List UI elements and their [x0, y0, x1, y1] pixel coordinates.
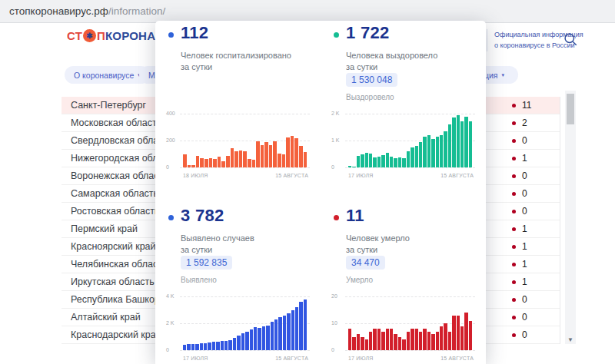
- chart-bar: [221, 341, 224, 350]
- chart-bar: [241, 333, 244, 350]
- stat-chart: 20 10 0 17 ИЮЛЯ 15 АВГУСТА: [327, 292, 480, 364]
- chart-bar: [460, 121, 464, 167]
- chart-bar: [291, 136, 294, 167]
- chart-bar: [191, 165, 195, 167]
- chart-bar: [286, 137, 290, 167]
- chart-bar: [287, 313, 290, 350]
- chart-plot: [183, 296, 307, 350]
- chart-bar: [274, 319, 278, 350]
- y-axis-label-zero: 0: [331, 347, 334, 352]
- browser-address-bar[interactable]: стопкоронавирус.рф/information/: [0, 0, 615, 23]
- chart-plot: [183, 114, 307, 167]
- scrollbar-down-arrow-icon[interactable]: ▼: [565, 336, 576, 343]
- virus-icon: ✱: [83, 29, 96, 42]
- gridline: [345, 350, 475, 351]
- death-dot-icon: [512, 280, 516, 284]
- chart-bar: [261, 145, 264, 167]
- stat-total-badge: 34 470: [346, 256, 385, 270]
- chart-bar: [224, 341, 228, 350]
- chart-bar: [252, 160, 256, 168]
- chart-bar: [469, 321, 472, 351]
- chart-bar: [273, 141, 277, 167]
- chart-bar: [431, 334, 434, 350]
- stat-chart: 4 K 2 K 0 17 ИЮЛЯ 15 АВГУСТА: [161, 292, 314, 364]
- chart-bar: [423, 137, 426, 167]
- death-dot-icon: [512, 333, 516, 337]
- chart-bar: [402, 158, 405, 167]
- region-value-group: 1: [512, 276, 527, 287]
- stat-dot-icon: [334, 32, 339, 38]
- y-axis-label-mid: 10: [331, 320, 337, 326]
- scrollbar[interactable]: ▼: [565, 91, 576, 344]
- stat-total-badge: 1 530 048: [346, 73, 397, 87]
- chart-bar: [398, 337, 401, 351]
- chart-bar: [299, 146, 303, 167]
- nav-item-about-coronavirus[interactable]: О коронавирусе▾: [65, 66, 150, 84]
- stat-subtitle: Человека выздоровело за сутки: [346, 50, 437, 73]
- chart-bar: [216, 342, 219, 350]
- chart-bar: [464, 117, 467, 167]
- chart-bar: [464, 313, 467, 350]
- header-divider: [487, 29, 487, 51]
- search-icon[interactable]: [563, 32, 579, 48]
- region-value: 1: [522, 153, 527, 164]
- stat-value: 11: [346, 206, 364, 226]
- x-axis-label-start: 17 ИЮЛЯ: [348, 356, 374, 361]
- stat-value: 112: [181, 23, 208, 43]
- region-value: 1: [522, 223, 527, 234]
- chart-bar: [213, 159, 217, 167]
- stat-card: 112 Человек госпитализировано за сутки 4…: [155, 21, 321, 204]
- chart-bar: [407, 332, 410, 351]
- chart-bar: [195, 344, 198, 350]
- chart-bar: [427, 135, 430, 167]
- scrollbar-thumb[interactable]: [567, 94, 574, 124]
- chart-bar: [348, 166, 351, 167]
- chart-bar: [369, 332, 372, 351]
- chart-bar: [373, 157, 376, 167]
- chart-bar: [377, 157, 381, 167]
- stat-dot-icon: [168, 215, 174, 220]
- chart-bar: [254, 327, 257, 350]
- death-dot-icon: [512, 157, 516, 160]
- chart-bar: [304, 152, 308, 167]
- chart-bar: [444, 323, 447, 350]
- y-axis-label-top: 2 K: [331, 111, 340, 116]
- chart-bar: [448, 332, 451, 351]
- chart-bar: [233, 338, 236, 350]
- x-axis-label-start: 18 ИЮЛЯ: [183, 173, 208, 178]
- chart-plot: [348, 114, 472, 167]
- chart-bar: [423, 329, 426, 350]
- death-dot-icon: [512, 210, 516, 213]
- chart-bar: [361, 154, 364, 168]
- death-dot-icon: [512, 121, 516, 125]
- chart-bar: [427, 332, 430, 351]
- death-dot-icon: [512, 174, 516, 178]
- region-value: 0: [522, 135, 527, 146]
- chart-bar: [262, 326, 265, 350]
- stat-card: 11 Человек умерло за сутки 34 470 Умерло…: [321, 204, 486, 364]
- logo-text-stop2: П: [97, 29, 105, 42]
- death-dot-icon: [512, 263, 516, 266]
- chart-bar: [294, 138, 298, 167]
- chart-bar: [394, 334, 397, 350]
- url-path: /information/: [108, 5, 165, 17]
- chart-bar: [282, 154, 286, 167]
- chart-bar: [469, 121, 472, 167]
- y-axis-label-mid: 1 K: [331, 137, 340, 143]
- chart-bar: [365, 339, 368, 350]
- region-value-group: 0: [512, 312, 527, 323]
- chart-bar: [204, 159, 208, 167]
- stat-total-label: Выявлено: [181, 276, 217, 284]
- chart-bar: [415, 146, 418, 167]
- death-dot-icon: [512, 316, 516, 319]
- chart-bar: [208, 342, 211, 350]
- chart-bar: [357, 334, 360, 350]
- stat-subtitle: Человек умерло за сутки: [346, 233, 410, 256]
- y-axis-label-top: 20: [331, 293, 337, 299]
- chart-bar: [191, 344, 194, 350]
- region-value: 0: [522, 329, 527, 340]
- chart-bar: [245, 332, 248, 351]
- chart-bar: [271, 322, 274, 350]
- stat-subtitle: Выявлено случаев за сутки: [181, 233, 254, 256]
- region-value: 1: [522, 259, 527, 270]
